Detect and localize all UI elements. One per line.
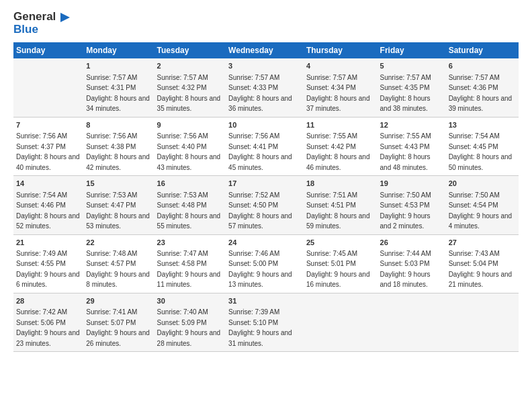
calendar-week-row: 7Sunrise: 7:56 AMSunset: 4:37 PMDaylight…	[13, 117, 519, 175]
day-info: Sunrise: 7:55 AMSunset: 4:42 PMDaylight:…	[306, 132, 370, 171]
calendar-day-cell	[446, 293, 519, 351]
header-row: SundayMondayTuesdayWednesdayThursdayFrid…	[13, 42, 519, 58]
day-number: 6	[449, 61, 516, 71]
day-number: 8	[86, 120, 151, 130]
day-info: Sunrise: 7:54 AMSunset: 4:46 PMDaylight:…	[16, 191, 80, 230]
day-info: Sunrise: 7:56 AMSunset: 4:38 PMDaylight:…	[86, 132, 150, 171]
day-number: 9	[157, 120, 224, 130]
day-number: 15	[86, 179, 151, 189]
calendar-day-cell: 25Sunrise: 7:45 AMSunset: 5:01 PMDayligh…	[304, 234, 378, 293]
day-number: 18	[306, 179, 375, 189]
page: General Blue SundayMondayTuesdayWednesda…	[0, 0, 532, 411]
day-number: 31	[228, 296, 301, 306]
day-info: Sunrise: 7:46 AMSunset: 5:00 PMDaylight:…	[228, 250, 292, 289]
day-number: 7	[16, 120, 81, 130]
header-cell: Monday	[83, 42, 154, 58]
calendar-day-cell: 31Sunrise: 7:39 AMSunset: 5:10 PMDayligh…	[226, 293, 304, 351]
day-info: Sunrise: 7:50 AMSunset: 4:53 PMDaylight:…	[380, 191, 431, 230]
calendar-day-cell: 18Sunrise: 7:51 AMSunset: 4:51 PMDayligh…	[304, 176, 378, 234]
day-info: Sunrise: 7:47 AMSunset: 4:58 PMDaylight:…	[157, 250, 221, 289]
calendar-day-cell: 1Sunrise: 7:57 AMSunset: 4:31 PMDaylight…	[83, 58, 154, 117]
day-number: 17	[228, 179, 301, 189]
day-number: 3	[228, 61, 301, 71]
day-info: Sunrise: 7:56 AMSunset: 4:40 PMDaylight:…	[157, 132, 221, 171]
day-info: Sunrise: 7:42 AMSunset: 5:06 PMDaylight:…	[16, 308, 80, 347]
calendar-day-cell: 21Sunrise: 7:49 AMSunset: 4:55 PMDayligh…	[13, 234, 83, 293]
day-number: 20	[449, 179, 516, 189]
day-info: Sunrise: 7:51 AMSunset: 4:51 PMDaylight:…	[306, 191, 370, 230]
calendar-day-cell: 16Sunrise: 7:53 AMSunset: 4:48 PMDayligh…	[154, 176, 226, 234]
calendar-table: SundayMondayTuesdayWednesdayThursdayFrid…	[13, 42, 519, 352]
calendar-week-row: 1Sunrise: 7:57 AMSunset: 4:31 PMDaylight…	[13, 58, 519, 117]
day-number: 25	[306, 238, 375, 248]
day-number: 2	[157, 61, 224, 71]
calendar-day-cell: 2Sunrise: 7:57 AMSunset: 4:32 PMDaylight…	[154, 58, 226, 117]
day-number: 26	[380, 238, 443, 248]
day-info: Sunrise: 7:41 AMSunset: 5:07 PMDaylight:…	[86, 308, 150, 347]
day-info: Sunrise: 7:54 AMSunset: 4:45 PMDaylight:…	[449, 132, 513, 171]
day-number: 5	[380, 61, 443, 71]
day-info: Sunrise: 7:57 AMSunset: 4:36 PMDaylight:…	[449, 74, 513, 113]
calendar-day-cell	[378, 293, 446, 351]
day-info: Sunrise: 7:39 AMSunset: 5:10 PMDaylight:…	[228, 308, 292, 347]
logo-text: General Blue	[13, 11, 70, 36]
calendar-week-row: 28Sunrise: 7:42 AMSunset: 5:06 PMDayligh…	[13, 293, 519, 351]
calendar-day-cell: 14Sunrise: 7:54 AMSunset: 4:46 PMDayligh…	[13, 176, 83, 234]
day-number: 28	[16, 296, 81, 306]
calendar-day-cell: 27Sunrise: 7:43 AMSunset: 5:04 PMDayligh…	[446, 234, 519, 293]
calendar-week-row: 21Sunrise: 7:49 AMSunset: 4:55 PMDayligh…	[13, 234, 519, 293]
day-number: 4	[306, 61, 375, 71]
calendar-day-cell: 6Sunrise: 7:57 AMSunset: 4:36 PMDaylight…	[446, 58, 519, 117]
header-cell: Saturday	[446, 42, 519, 58]
day-info: Sunrise: 7:56 AMSunset: 4:41 PMDaylight:…	[228, 132, 292, 171]
calendar-day-cell: 22Sunrise: 7:48 AMSunset: 4:57 PMDayligh…	[83, 234, 154, 293]
day-number: 13	[449, 120, 516, 130]
day-info: Sunrise: 7:57 AMSunset: 4:32 PMDaylight:…	[157, 74, 221, 113]
calendar-day-cell: 24Sunrise: 7:46 AMSunset: 5:00 PMDayligh…	[226, 234, 304, 293]
day-number: 12	[380, 120, 443, 130]
calendar-day-cell: 9Sunrise: 7:56 AMSunset: 4:40 PMDaylight…	[154, 117, 226, 175]
calendar-day-cell: 13Sunrise: 7:54 AMSunset: 4:45 PMDayligh…	[446, 117, 519, 175]
day-info: Sunrise: 7:57 AMSunset: 4:35 PMDaylight:…	[380, 74, 431, 113]
calendar-day-cell: 4Sunrise: 7:57 AMSunset: 4:34 PMDaylight…	[304, 58, 378, 117]
calendar-day-cell: 19Sunrise: 7:50 AMSunset: 4:53 PMDayligh…	[378, 176, 446, 234]
day-info: Sunrise: 7:43 AMSunset: 5:04 PMDaylight:…	[449, 250, 513, 289]
day-number: 10	[228, 120, 301, 130]
day-info: Sunrise: 7:57 AMSunset: 4:33 PMDaylight:…	[228, 74, 292, 113]
day-info: Sunrise: 7:50 AMSunset: 4:54 PMDaylight:…	[449, 191, 513, 230]
header-cell: Tuesday	[154, 42, 226, 58]
calendar-day-cell: 10Sunrise: 7:56 AMSunset: 4:41 PMDayligh…	[226, 117, 304, 175]
calendar-day-cell: 5Sunrise: 7:57 AMSunset: 4:35 PMDaylight…	[378, 58, 446, 117]
day-number: 16	[157, 179, 224, 189]
calendar-week-row: 14Sunrise: 7:54 AMSunset: 4:46 PMDayligh…	[13, 176, 519, 234]
day-number: 22	[86, 238, 151, 248]
calendar-day-cell: 26Sunrise: 7:44 AMSunset: 5:03 PMDayligh…	[378, 234, 446, 293]
svg-marker-0	[60, 13, 70, 22]
day-info: Sunrise: 7:45 AMSunset: 5:01 PMDaylight:…	[306, 250, 370, 289]
day-number: 24	[228, 238, 301, 248]
calendar-day-cell: 8Sunrise: 7:56 AMSunset: 4:38 PMDaylight…	[83, 117, 154, 175]
day-number: 1	[86, 61, 151, 71]
header-cell: Thursday	[304, 42, 378, 58]
logo: General Blue	[13, 11, 70, 36]
calendar-day-cell: 20Sunrise: 7:50 AMSunset: 4:54 PMDayligh…	[446, 176, 519, 234]
header-cell: Wednesday	[226, 42, 304, 58]
day-number: 21	[16, 238, 81, 248]
day-info: Sunrise: 7:57 AMSunset: 4:31 PMDaylight:…	[86, 74, 150, 113]
calendar-day-cell: 7Sunrise: 7:56 AMSunset: 4:37 PMDaylight…	[13, 117, 83, 175]
header-cell: Friday	[378, 42, 446, 58]
day-number: 27	[449, 238, 516, 248]
calendar-day-cell: 23Sunrise: 7:47 AMSunset: 4:58 PMDayligh…	[154, 234, 226, 293]
day-info: Sunrise: 7:52 AMSunset: 4:50 PMDaylight:…	[228, 191, 292, 230]
calendar-day-cell	[13, 58, 83, 117]
day-info: Sunrise: 7:53 AMSunset: 4:47 PMDaylight:…	[86, 191, 150, 230]
day-number: 14	[16, 179, 81, 189]
calendar-day-cell: 15Sunrise: 7:53 AMSunset: 4:47 PMDayligh…	[83, 176, 154, 234]
calendar-day-cell	[304, 293, 378, 351]
day-number: 11	[306, 120, 375, 130]
day-info: Sunrise: 7:44 AMSunset: 5:03 PMDaylight:…	[380, 250, 431, 289]
day-info: Sunrise: 7:57 AMSunset: 4:34 PMDaylight:…	[306, 74, 370, 113]
day-number: 30	[157, 296, 224, 306]
header-cell: Sunday	[13, 42, 83, 58]
day-number: 23	[157, 238, 224, 248]
